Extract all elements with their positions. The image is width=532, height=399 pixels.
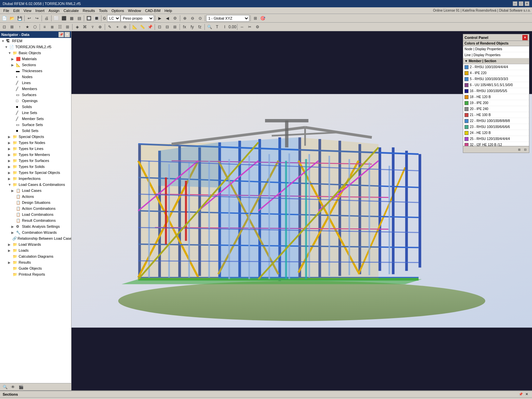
t2-btn29[interactable]: 0.00 xyxy=(229,23,236,31)
t2-btn26[interactable]: 🔍 xyxy=(206,23,213,31)
render1[interactable]: 🔲 xyxy=(85,15,92,22)
t2-btn30[interactable]: ↔ xyxy=(238,23,246,31)
sections-pin-btn[interactable]: 📌 xyxy=(518,392,523,397)
menu-cad-bim[interactable]: CAD-BIM xyxy=(143,7,162,14)
arrow2[interactable]: ◀ xyxy=(164,15,171,22)
tree-item-openings[interactable]: □ Openings xyxy=(0,98,71,104)
tree-item-load-cases-comb[interactable]: ▼ 📁 Load Cases & Combinations xyxy=(0,182,71,188)
tree-item-types-special[interactable]: ▶ 📁 Types for Special Objects xyxy=(0,170,71,176)
tree-item-loads[interactable]: ▶ 📁 Loads xyxy=(0,247,71,253)
t2-btn20[interactable]: ⊡ xyxy=(156,23,163,31)
t2-btn6[interactable]: ≡ xyxy=(41,23,48,31)
view4[interactable]: ▤ xyxy=(75,15,83,22)
nav-close[interactable]: ✕ xyxy=(65,32,70,37)
open-btn[interactable]: 📂 xyxy=(8,15,16,22)
t2-btn23[interactable]: fx xyxy=(181,23,188,31)
tree-item-results[interactable]: ▶ 📁 Results xyxy=(0,259,71,265)
btn-b[interactable]: ⊖ xyxy=(189,15,196,22)
tree-item-types-lines[interactable]: ▶ 📁 Types for Lines xyxy=(0,146,71,152)
t2-btn22[interactable]: ⊞ xyxy=(171,23,179,31)
tree-item-comb-wizards[interactable]: ▶ 🔧 Combination Wizards xyxy=(0,229,71,235)
nav-pin[interactable]: 📌 xyxy=(59,32,64,37)
load-case-select[interactable]: LC1 xyxy=(107,15,120,22)
t2-btn3[interactable]: ↑ xyxy=(16,23,23,31)
save-btn[interactable]: 💾 xyxy=(16,15,23,22)
tree-item-solid-sets[interactable]: ■ Solid Sets xyxy=(0,128,71,134)
snap-btn[interactable]: 🎯 xyxy=(259,15,267,22)
t2-btn8[interactable]: ☷ xyxy=(56,23,64,31)
tree-item-types-members[interactable]: ▶ 📁 Types for Members xyxy=(0,152,71,158)
maximize-btn[interactable]: □ xyxy=(519,1,523,6)
tree-item-actions[interactable]: 📋 Actions xyxy=(0,194,71,200)
t2-btn16[interactable]: ⊗ xyxy=(121,23,129,31)
render2[interactable]: 🔳 xyxy=(93,15,100,22)
tree-item-special-objects[interactable]: ▶ 📁 Special Objects xyxy=(0,134,71,140)
t2-btn19[interactable]: 📌 xyxy=(146,23,154,31)
cp-expand-btn[interactable]: ⊞ xyxy=(516,147,522,152)
close-btn[interactable]: ✕ xyxy=(525,1,529,6)
tree-item-design-situations[interactable]: 📋 Design Situations xyxy=(0,200,71,205)
cp-item-5[interactable]: 5 - RHSU 100/100/3/3/3/3 xyxy=(463,76,529,82)
btn-a[interactable]: ⊕ xyxy=(181,15,189,22)
load-case-name-select[interactable]: Peso propio xyxy=(121,15,154,22)
t2-btn28[interactable]: I xyxy=(221,23,228,31)
tree-item-types-nodes[interactable]: ▶ 📁 Types for Nodes xyxy=(0,140,71,146)
menu-tools[interactable]: Tools xyxy=(97,7,109,14)
minimize-btn[interactable]: ─ xyxy=(513,1,517,6)
t2-btn9[interactable]: ⊞ xyxy=(64,23,71,31)
menu-file[interactable]: File xyxy=(1,7,11,14)
cp-item-25[interactable]: 25 - RHSU 120/100/4/4/4/4 xyxy=(463,136,529,142)
tree-item-types-surfaces[interactable]: ▶ 📁 Types for Surfaces xyxy=(0,158,71,164)
view2[interactable]: ⬛ xyxy=(60,15,67,22)
tree-item-result-comb[interactable]: 📋 Result Combinations xyxy=(0,217,71,223)
t2-btn2[interactable]: ⊠ xyxy=(8,23,16,31)
tree-item-thicknesses[interactable]: ▬ Thicknesses xyxy=(0,68,71,74)
tree-item-relationship[interactable]: 🔗 Relationship Between Load Cases xyxy=(0,235,71,241)
t2-btn18[interactable]: 📏 xyxy=(139,23,146,31)
t2-btn1[interactable]: ⊡ xyxy=(1,23,8,31)
t2-btn31[interactable]: ✂ xyxy=(246,23,253,31)
t2-btn4[interactable]: ★ xyxy=(24,23,31,31)
tree-item-surface-sets[interactable]: ▭ Surface Sets xyxy=(0,122,71,128)
tree-item-load-cases[interactable]: ▶ 📋 Load Cases xyxy=(0,188,71,194)
cp-item-19[interactable]: 19 - IPE 200 xyxy=(463,100,529,106)
tree-item-basic-objects[interactable]: ▼ 📁 Basic Objects xyxy=(0,50,71,56)
cp-item-32[interactable]: 32 - I2F HE 120 B /12 xyxy=(463,142,529,146)
tree-item-members[interactable]: ╱ Members xyxy=(0,86,71,92)
tree-item-calc-diagrams[interactable]: 📁 Calculation Diagrams xyxy=(0,253,71,259)
menu-options[interactable]: Options xyxy=(109,7,126,14)
menu-results[interactable]: Results xyxy=(81,7,97,14)
cp-item-4[interactable]: 4 - IPE 220 xyxy=(463,70,529,76)
t2-btn25[interactable]: fz xyxy=(196,23,203,31)
tree-item-nodes[interactable]: • Nodes xyxy=(0,74,71,80)
view1[interactable]: ⬜ xyxy=(53,15,60,22)
t2-btn13[interactable]: ⊕ xyxy=(96,23,104,31)
sections-menu-settings[interactable]: Settings xyxy=(56,398,73,399)
t2-btn15[interactable]: ⌖ xyxy=(114,23,121,31)
cp-item-23[interactable]: 23 - RHSU 100/100/6/6/6/6 xyxy=(463,124,529,130)
t2-btn10[interactable]: ◈ xyxy=(73,23,81,31)
print-btn[interactable]: 🖨 xyxy=(43,15,50,22)
sections-menu-goto[interactable]: Go To xyxy=(1,398,15,399)
sections-menu-selection[interactable]: Selection xyxy=(25,398,44,399)
new-btn[interactable]: 📄 xyxy=(1,15,8,22)
tree-item-load-wizards[interactable]: ▶ 📁 Load Wizards xyxy=(0,241,71,247)
tree-item-torrejon[interactable]: ▼ 📄 TORREJON RML2.rf5 xyxy=(0,44,71,50)
menu-edit[interactable]: Edit xyxy=(11,7,22,14)
menu-calculate[interactable]: Calculate xyxy=(62,7,81,14)
arrow1[interactable]: ▶ xyxy=(156,15,164,22)
menu-view[interactable]: View xyxy=(22,7,34,14)
coord-system-select[interactable]: 1 - Global XYZ xyxy=(206,15,249,22)
nav-icon3[interactable]: 🎬 xyxy=(17,383,25,391)
cp-row-node[interactable]: Node | Display Properties xyxy=(463,46,529,52)
tree-item-imperfections[interactable]: ▶ 📁 Imperfections xyxy=(0,176,71,182)
nav-icon1[interactable]: 🔍 xyxy=(1,383,9,391)
nav-icon2[interactable]: 👁 xyxy=(9,383,17,391)
sections-close-btn[interactable]: ✕ xyxy=(524,392,529,397)
tree-item-static-analysis[interactable]: ▶ ⚙ Static Analysis Settings xyxy=(0,223,71,229)
t2-btn11[interactable]: ⌘ xyxy=(81,23,88,31)
t2-btn5[interactable]: ⬡ xyxy=(31,23,39,31)
tree-item-rfem[interactable]: ▼ 🏗 RFEM xyxy=(0,38,71,44)
tree-item-member-sets[interactable]: ╱ Member Sets xyxy=(0,116,71,122)
t2-btn27[interactable]: T xyxy=(213,23,221,31)
